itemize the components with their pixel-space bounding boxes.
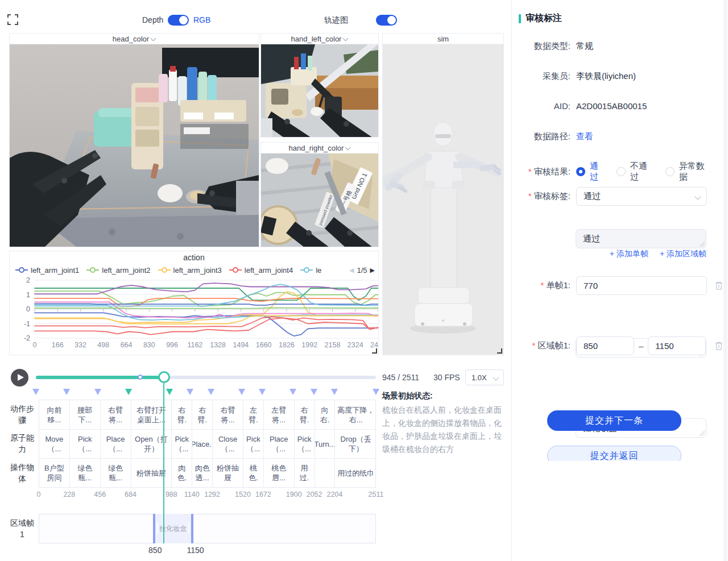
segment-marker-triangle[interactable]: [94, 389, 101, 395]
segment-marker-triangle[interactable]: [32, 389, 39, 395]
row-label-steps: 动作步骤: [9, 400, 35, 429]
region-start-input[interactable]: 850: [576, 336, 634, 355]
legend-item[interactable]: left_arm_joint1: [15, 266, 79, 275]
segment-marker-triangle[interactable]: [289, 389, 296, 395]
segment-marker-triangle[interactable]: [311, 389, 317, 395]
object-cell[interactable]: 用过的纸巾: [335, 459, 377, 487]
region-left-handle[interactable]: [157, 522, 158, 534]
radio-fail[interactable]: [617, 167, 626, 176]
segment-marker-triangle[interactable]: [208, 389, 214, 395]
segment-marker-triangle[interactable]: [259, 389, 266, 395]
review-tag-select[interactable]: 通过: [576, 187, 707, 206]
object-cell[interactable]: 粉饼抽屉: [131, 459, 172, 487]
fullscreen-icon[interactable]: [7, 14, 18, 25]
depth-label: Depth: [142, 15, 163, 24]
skill-cell[interactable]: Place（...: [101, 430, 131, 458]
svg-text:-2: -2: [24, 334, 30, 342]
skill-cell[interactable]: Pick（...: [172, 430, 192, 458]
legend-item[interactable]: le: [300, 266, 321, 275]
step-cell[interactable]: 右臂打开桌面上...: [131, 400, 172, 429]
play-button[interactable]: [11, 369, 28, 387]
step-cell[interactable]: 右臂.: [192, 400, 213, 429]
speed-select[interactable]: 1.0X: [465, 369, 504, 385]
svg-text:498: 498: [97, 341, 109, 349]
radio-pass[interactable]: [576, 167, 585, 176]
skill-cell[interactable]: Turn...: [315, 430, 336, 458]
segment-marker-triangle[interactable]: [63, 389, 70, 395]
playback-slider-handle[interactable]: [158, 371, 170, 383]
resize-handle-icon[interactable]: [497, 348, 502, 354]
review-tag-value: 通过: [584, 191, 601, 202]
head-camera-header[interactable]: head_color: [10, 34, 259, 44]
object-cell[interactable]: B户型房间: [39, 459, 70, 487]
region-right-handle[interactable]: [188, 522, 189, 534]
object-cell[interactable]: 桃色唇...: [264, 459, 295, 487]
skill-cell[interactable]: Pick（...: [295, 430, 315, 458]
legend-item[interactable]: left_arm_joint2: [86, 266, 150, 275]
object-cell[interactable]: 肉色透...: [192, 459, 213, 487]
add-region-frame-link[interactable]: + 添加区域帧: [660, 249, 706, 259]
single-frame-input[interactable]: 770: [576, 276, 707, 295]
object-cell[interactable]: [315, 459, 336, 487]
legend-item[interactable]: left_arm_joint3: [158, 266, 222, 275]
step-cell[interactable]: 向前移...: [39, 400, 70, 429]
step-cell[interactable]: 左臂将...: [264, 400, 295, 429]
legend-next-icon[interactable]: ▶: [370, 267, 375, 274]
segment-marker-triangle[interactable]: [331, 389, 338, 395]
segment-marker-triangle[interactable]: [238, 389, 245, 395]
legend-prev-icon[interactable]: ◀: [349, 267, 354, 274]
step-cell[interactable]: 右臂.: [172, 400, 192, 429]
right-panel-scrollbar[interactable]: [723, 0, 727, 561]
resize-grip-icon[interactable]: [700, 431, 705, 436]
region-end-input[interactable]: 1150: [648, 336, 706, 355]
step-cell[interactable]: 右臂将...: [101, 400, 131, 429]
playhead-line: [163, 383, 164, 543]
skill-cell[interactable]: Move（...: [39, 430, 70, 458]
skill-cell[interactable]: Place（...: [264, 430, 295, 458]
step-cell[interactable]: 腰部下...: [70, 400, 101, 429]
object-cell[interactable]: 粉饼抽屉: [213, 459, 243, 487]
delete-region-frame-icon[interactable]: [714, 341, 723, 351]
submit-return-button[interactable]: 提交并返回: [547, 446, 681, 461]
radio-abnormal-label[interactable]: 异常数据: [679, 161, 712, 182]
review-tag-note[interactable]: 通过: [576, 229, 706, 248]
segment-marker-triangle[interactable]: [373, 389, 379, 395]
object-cell[interactable]: 绿色瓶...: [101, 459, 131, 487]
step-cell[interactable]: 高度下降，右...: [335, 400, 377, 429]
add-single-frame-link[interactable]: + 添加单帧: [610, 249, 648, 259]
region-frame-track[interactable]: 拉化妆盒: [39, 514, 376, 543]
object-cell[interactable]: 用过.: [295, 459, 315, 487]
skill-cell[interactable]: Pick（...: [243, 430, 264, 458]
segment-marker-triangle[interactable]: [187, 389, 193, 395]
skill-cell[interactable]: Place..: [192, 430, 213, 458]
radio-abnormal[interactable]: [665, 167, 675, 176]
depth-rgb-toggle[interactable]: [168, 15, 189, 26]
step-cell[interactable]: 左臂.: [243, 400, 264, 429]
skill-cell[interactable]: Pick（...: [70, 430, 101, 458]
step-cell[interactable]: 右臂.: [295, 400, 315, 429]
playback-slider[interactable]: [36, 376, 376, 379]
hand-right-camera-header[interactable]: hand_right_color: [261, 143, 378, 153]
resize-grip-icon[interactable]: [700, 242, 705, 247]
step-cell[interactable]: 向右.: [315, 400, 336, 429]
trajectory-toggle[interactable]: [376, 15, 397, 26]
hand-left-camera-header[interactable]: hand_left_color: [261, 34, 378, 44]
radio-pass-label[interactable]: 通过: [590, 161, 606, 182]
skill-cell[interactable]: Open（打开）: [131, 430, 172, 458]
object-cell[interactable]: 绿色瓶...: [70, 459, 101, 487]
resize-handle-icon[interactable]: [371, 348, 377, 354]
segment-marker-triangle[interactable]: [125, 389, 132, 395]
delete-single-frame-icon[interactable]: [714, 281, 723, 290]
step-cell[interactable]: 右臂将...: [213, 400, 243, 429]
radio-fail-label[interactable]: 不通过: [630, 161, 655, 182]
segment-marker-triangle[interactable]: [166, 389, 173, 395]
skill-cell[interactable]: Close（...: [213, 430, 243, 458]
data-path-view-link[interactable]: 查看: [576, 131, 593, 142]
skill-cell[interactable]: Drop（丢下）: [335, 430, 377, 458]
submit-next-button[interactable]: 提交并下一条: [547, 410, 681, 431]
object-cell[interactable]: 桃色.: [243, 459, 264, 487]
region-frame-block[interactable]: 拉化妆盒: [153, 514, 193, 543]
region-start-number: 850: [148, 546, 162, 555]
object-cell[interactable]: 肉色.: [172, 459, 192, 487]
legend-item[interactable]: left_arm_joint4: [229, 266, 293, 275]
